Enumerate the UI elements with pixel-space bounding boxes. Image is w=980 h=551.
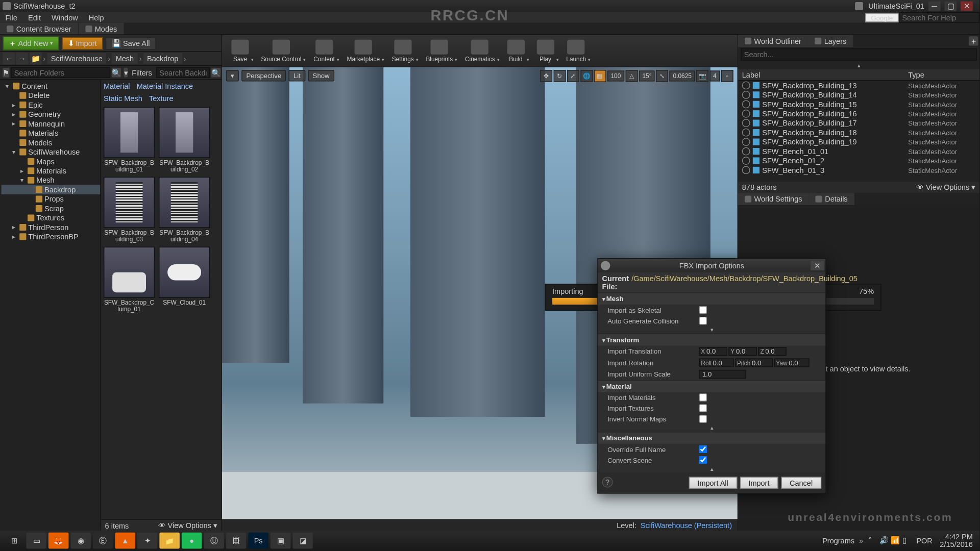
check-invert-normals[interactable]: [699, 415, 707, 423]
tool-launch[interactable]: Launch▾: [561, 38, 592, 63]
col-type[interactable]: Type: [908, 70, 975, 79]
rotate-mode-icon[interactable]: ↻: [553, 70, 566, 82]
outliner-collapse[interactable]: ▴: [738, 62, 979, 69]
check-convert-scene[interactable]: [699, 456, 707, 464]
outliner-row[interactable]: SFW_Backdrop_Building_19StaticMeshActor: [738, 137, 979, 146]
snap-scale-icon[interactable]: ⤡: [656, 70, 669, 82]
outliner-row[interactable]: SFW_Backdrop_Building_17StaticMeshActor: [738, 118, 979, 128]
taskbar-vlc[interactable]: ▲: [115, 533, 135, 549]
minimize-button[interactable]: ─: [928, 2, 941, 11]
nav-fwd-button[interactable]: →: [16, 53, 29, 65]
import-button[interactable]: ⬇Import: [62, 37, 103, 49]
tree-item[interactable]: ▸Geometry: [2, 110, 101, 119]
expand-misc[interactable]: ▴: [598, 465, 825, 472]
tree-item[interactable]: Props: [2, 194, 101, 204]
taskbar-spotify[interactable]: ●: [182, 533, 202, 549]
crumb-0[interactable]: ScifiWarehouse: [47, 53, 107, 64]
expand-mesh[interactable]: ▾: [598, 326, 825, 333]
check-import-materials[interactable]: [699, 393, 707, 402]
taskbar-explorer[interactable]: 📁: [159, 533, 180, 549]
asset-item[interactable]: SFW_Backdrop_Building_04: [159, 177, 210, 243]
close-button[interactable]: ✕: [961, 2, 973, 11]
filter-static-mesh[interactable]: Static Mesh: [104, 94, 142, 103]
asset-item[interactable]: SFW_Cloud_01: [159, 247, 210, 313]
check-import-textures[interactable]: [699, 404, 707, 412]
search-folders-input[interactable]: [11, 67, 110, 78]
add-panel-button[interactable]: ＋: [969, 36, 978, 45]
tab-details[interactable]: Details: [809, 193, 854, 205]
tool-play[interactable]: Play▾: [531, 38, 559, 63]
asset-item[interactable]: SFW_Backdrop_Clump_01: [104, 247, 155, 313]
filters-dropdown[interactable]: ▾: [124, 68, 128, 77]
trans-y[interactable]: [736, 347, 755, 355]
outliner-row[interactable]: SFW_Bench_01_01StaticMeshActor: [738, 146, 979, 156]
asset-item[interactable]: SFW_Backdrop_Building_03: [104, 177, 155, 243]
tree-item[interactable]: ▾Content: [2, 81, 101, 90]
trans-x[interactable]: [706, 347, 725, 355]
tray-up-icon[interactable]: ˄: [868, 536, 877, 545]
taskbar-chrome[interactable]: ◉: [70, 533, 91, 549]
snap-angle-value[interactable]: 15°: [639, 70, 655, 81]
save-all-button[interactable]: 💾Save All: [106, 37, 156, 49]
tool-marketplace[interactable]: Marketplace▾: [341, 38, 385, 63]
tree-item[interactable]: ▸ThirdPerson: [2, 222, 101, 232]
check-override-name[interactable]: [699, 445, 707, 454]
taskbar-lang[interactable]: POR: [916, 537, 932, 545]
outliner-search-input[interactable]: [741, 48, 977, 61]
google-dropdown[interactable]: Google: [865, 13, 899, 22]
snap-scale-value[interactable]: 0.0625: [670, 70, 695, 81]
tree-item[interactable]: Backdrop: [2, 185, 101, 194]
viewport-maximize-icon[interactable]: ▫: [721, 70, 733, 82]
filter-material-instance[interactable]: Material Instance: [137, 82, 193, 90]
outliner-row[interactable]: SFW_Backdrop_Building_18StaticMeshActor: [738, 128, 979, 137]
maximize-button[interactable]: ▢: [944, 2, 957, 11]
outliner-row[interactable]: SFW_Backdrop_Building_16StaticMeshActor: [738, 109, 979, 118]
filters-label[interactable]: Filters: [132, 68, 152, 77]
tool-save[interactable]: Save▾: [226, 38, 254, 63]
tree-item[interactable]: Delete: [2, 91, 101, 100]
outliner-row[interactable]: SFW_Backdrop_Building_15StaticMeshActor: [738, 99, 979, 109]
tree-item[interactable]: ▸Mannequin: [2, 119, 101, 128]
asset-view-options[interactable]: 👁 View Options ▾: [158, 521, 217, 530]
outliner-row[interactable]: SFW_Bench_01_3StaticMeshActor: [738, 165, 979, 174]
tree-item[interactable]: Materials: [2, 129, 101, 138]
tray-volume-icon[interactable]: 🔊: [879, 536, 889, 545]
tool-settings[interactable]: Settings▾: [386, 38, 419, 63]
tab-world-outliner[interactable]: World Outliner: [738, 35, 808, 47]
add-new-button[interactable]: ＋Add New▾: [3, 36, 59, 51]
viewport-perspective[interactable]: Perspective: [241, 70, 286, 81]
taskbar-app2[interactable]: ▣: [271, 533, 291, 549]
nav-back-button[interactable]: ←: [3, 53, 15, 65]
transform-mode-icon[interactable]: ✥: [540, 70, 552, 82]
outliner-view-options[interactable]: 👁 View Options ▾: [916, 183, 975, 191]
taskbar-epic[interactable]: Ⓔ: [93, 533, 113, 549]
filter-icon[interactable]: ⚑: [3, 68, 9, 77]
nav-folder-button[interactable]: 📁: [30, 53, 42, 65]
rot-yaw[interactable]: [789, 359, 807, 366]
tree-item[interactable]: Models: [2, 138, 101, 147]
camera-speed-icon[interactable]: 📷: [696, 70, 708, 82]
taskbar-photos[interactable]: 🖼: [226, 533, 247, 549]
viewport-show[interactable]: Show: [308, 70, 334, 81]
menu-file[interactable]: File: [0, 13, 22, 21]
system-tray[interactable]: ˄ 🔊 📶 ▯: [868, 536, 912, 545]
import-all-button[interactable]: Import All: [689, 477, 737, 489]
tool-build[interactable]: Build▾: [502, 38, 530, 63]
search-assets-input[interactable]: [156, 67, 210, 78]
rot-pitch[interactable]: [752, 359, 771, 366]
tree-item[interactable]: Maps: [2, 157, 101, 166]
section-material[interactable]: Material: [598, 380, 825, 392]
outliner-list[interactable]: SFW_Backdrop_Building_13StaticMeshActorS…: [738, 81, 979, 182]
search-icon[interactable]: 🔍: [112, 68, 121, 77]
tree-item[interactable]: ▾Mesh: [2, 176, 101, 185]
col-label[interactable]: Label: [742, 70, 909, 79]
rot-roll[interactable]: [713, 359, 731, 366]
snap-grid-value[interactable]: 100: [607, 70, 624, 81]
taskbar-programs[interactable]: Programs: [822, 537, 854, 545]
tool-cinematics[interactable]: Cinematics▾: [459, 38, 500, 63]
tree-item[interactable]: Scrap: [2, 204, 101, 213]
help-search-input[interactable]: [899, 12, 979, 23]
outliner-row[interactable]: SFW_Bench_01_2StaticMeshActor: [738, 156, 979, 165]
coord-mode-icon[interactable]: 🌐: [580, 70, 593, 82]
expand-material[interactable]: ▴: [598, 424, 825, 432]
